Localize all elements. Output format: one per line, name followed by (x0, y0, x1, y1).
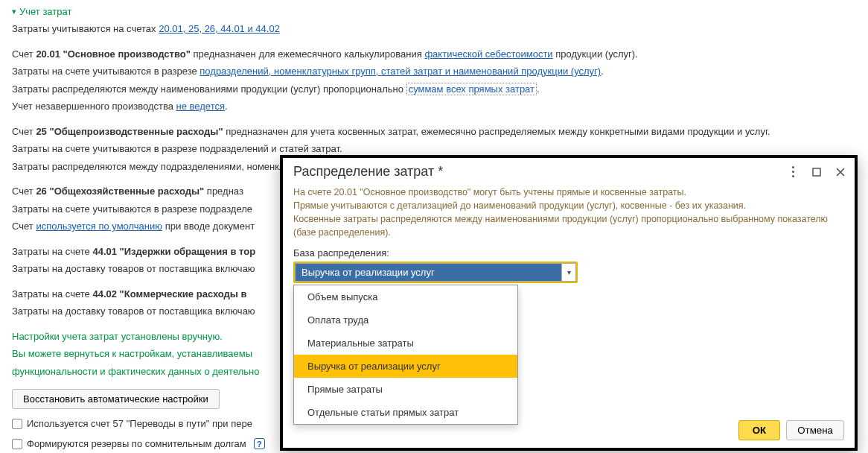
maximize-icon[interactable] (810, 165, 823, 179)
dropdown-option[interactable]: Отдельные статьи прямых затрат (294, 401, 517, 424)
dropdown-option[interactable]: Прямые затраты (294, 378, 517, 401)
combobox-value[interactable]: Выручка от реализации услуг (295, 263, 561, 282)
checkbox-account-57[interactable] (12, 419, 22, 429)
link-wip-not-tracked[interactable]: не ведется (176, 101, 225, 112)
distribution-base-dropdown: Объем выпуска Оплата труда Материальные … (293, 285, 518, 425)
svg-point-1 (792, 171, 794, 173)
chevron-down-icon[interactable] (561, 263, 576, 282)
checkbox-label: Используется счет 57 "Переводы в пути" п… (27, 418, 252, 429)
dropdown-option[interactable]: Материальные затраты (294, 332, 517, 355)
close-icon[interactable] (834, 165, 847, 179)
svg-point-2 (792, 175, 794, 177)
link-dimensions[interactable]: подразделений, номенклатурных групп, ста… (200, 66, 601, 77)
cancel-button[interactable]: Отмена (786, 420, 844, 440)
checkbox-reserves[interactable] (12, 439, 22, 449)
dropdown-option[interactable]: Объем выпуска (294, 285, 517, 308)
link-actual-cost[interactable]: фактической себестоимости (424, 48, 552, 60)
section-title: Учет затрат (19, 6, 71, 17)
cost-distribution-dialog: Распределение затрат * На счете 20.01 "О… (280, 155, 858, 451)
kebab-menu-icon[interactable] (786, 165, 800, 179)
link-base-direct-costs[interactable]: суммам всех прямых затрат (406, 83, 537, 95)
dropdown-option[interactable]: Оплата труда (294, 308, 517, 332)
help-icon[interactable]: ? (254, 438, 265, 449)
svg-rect-3 (813, 168, 820, 176)
ok-button[interactable]: ОК (738, 420, 781, 440)
dialog-description: На счете 20.01 "Основное производство" м… (293, 186, 844, 240)
accounts-link[interactable]: 20.01, 25, 26, 44.01 и 44.02 (159, 23, 280, 34)
section-header-cost-accounting[interactable]: Учет затрат (12, 6, 856, 17)
distribution-base-combobox[interactable]: Выручка от реализации услуг (293, 262, 578, 283)
link-used-by-default[interactable]: используется по умолчанию (36, 221, 162, 232)
intro-line: Затраты учитываются на счетах 20.01, 25,… (12, 22, 856, 37)
svg-point-0 (792, 166, 794, 168)
dropdown-option-selected[interactable]: Выручка от реализации услуг (294, 355, 517, 378)
dialog-title: Распределение затрат * (293, 164, 786, 180)
restore-auto-settings-button[interactable]: Восстановить автоматические настройки (12, 389, 220, 409)
checkbox-label: Формируются резервы по сомнительным долг… (27, 438, 246, 449)
block-2001: Счет 20.01 "Основное производство" предн… (12, 47, 856, 114)
distribution-base-label: База распределения: (293, 247, 844, 259)
